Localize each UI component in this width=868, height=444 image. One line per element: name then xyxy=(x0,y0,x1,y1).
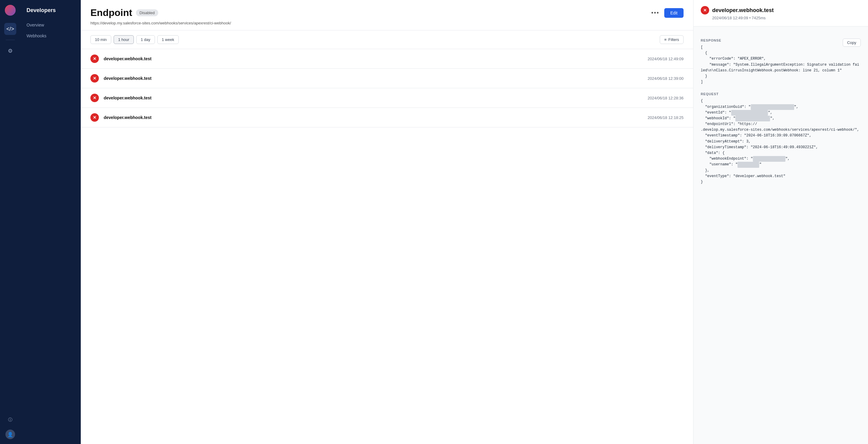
webhook-name: developer.webhook.test xyxy=(104,95,643,100)
webhook-time: 2024/06/18 12:28:36 xyxy=(648,96,684,100)
webhook-list: ✕ developer.webhook.test 2024/06/18 12:4… xyxy=(81,49,693,444)
sidebar-item-webhooks[interactable]: Webhooks xyxy=(21,30,81,41)
redacted-org-guid xyxy=(751,104,794,110)
response-label: RESPONSE xyxy=(701,38,861,42)
detail-error-icon: ✕ xyxy=(701,6,709,14)
sidebar: </> ⚙ ⓘ 👤 xyxy=(0,0,21,444)
request-label: REQUEST xyxy=(701,92,861,96)
table-row[interactable]: ✕ developer.webhook.test 2024/06/18 12:1… xyxy=(81,108,693,127)
endpoint-actions: ••• Edit xyxy=(649,8,684,18)
main-content: Endpoint Disabled ••• Edit https://devel… xyxy=(81,0,693,444)
error-status-icon: ✕ xyxy=(90,74,99,83)
time-filter-10min[interactable]: 10 min xyxy=(90,35,111,44)
nav-title: Developers xyxy=(21,5,81,20)
response-code: [ { "errorCode": "APEX_ERROR", "message"… xyxy=(701,44,861,85)
more-button[interactable]: ••• xyxy=(649,8,662,18)
time-filter-1day[interactable]: 1 day xyxy=(136,35,155,44)
sidebar-bottom: ⓘ 👤 xyxy=(4,414,16,439)
time-filter-1week[interactable]: 1 week xyxy=(157,35,179,44)
response-section: Copy RESPONSE [ { "errorCode": "APEX_ERR… xyxy=(701,38,861,85)
detail-panel: ✕ developer.webhook.test 2024/06/18 12:4… xyxy=(693,0,868,444)
table-row[interactable]: ✕ developer.webhook.test 2024/06/18 12:2… xyxy=(81,88,693,108)
webhook-time: 2024/06/18 12:39:00 xyxy=(648,76,684,81)
sidebar-item-overview[interactable]: Overview xyxy=(21,20,81,30)
detail-title: developer.webhook.test xyxy=(712,7,774,13)
user-avatar[interactable]: 👤 xyxy=(5,430,15,439)
error-status-icon: ✕ xyxy=(90,113,99,122)
detail-subtitle: 2024/06/18 12:49:09 • 7425ms xyxy=(701,15,861,20)
endpoint-title-row: Endpoint Disabled ••• Edit xyxy=(90,7,684,19)
edit-button[interactable]: Edit xyxy=(664,8,684,18)
error-status-icon: ✕ xyxy=(90,94,99,102)
redacted-webhook-endpoint xyxy=(753,156,785,162)
endpoint-title: Endpoint xyxy=(90,7,132,19)
sidebar-divider xyxy=(6,40,15,40)
filters-button[interactable]: ≡ Filters xyxy=(660,35,684,44)
nav-sidebar: Developers Overview Webhooks xyxy=(21,0,81,444)
app-logo xyxy=(5,5,16,15)
redacted-webhook-id xyxy=(735,116,770,121)
status-badge: Disabled xyxy=(136,9,158,16)
request-code: { "organizationGuid": " ", "eventId": " … xyxy=(701,98,861,185)
redacted-event-id xyxy=(731,110,768,116)
time-filters: 10 min 1 hour 1 day 1 week ≡ Filters xyxy=(81,30,693,49)
filter-icon: ≡ xyxy=(664,37,667,42)
webhook-name: developer.webhook.test xyxy=(104,76,643,81)
error-status-icon: ✕ xyxy=(90,55,99,63)
table-row[interactable]: ✕ developer.webhook.test 2024/06/18 12:3… xyxy=(81,69,693,88)
time-filter-1hour[interactable]: 1 hour xyxy=(114,35,134,44)
settings-icon[interactable]: ⚙ xyxy=(4,45,16,57)
detail-title-row: ✕ developer.webhook.test xyxy=(701,6,861,14)
endpoint-header: Endpoint Disabled ••• Edit https://devel… xyxy=(81,0,693,30)
webhook-name: developer.webhook.test xyxy=(104,115,643,120)
filters-label: Filters xyxy=(669,37,679,42)
webhook-name: developer.webhook.test xyxy=(104,56,643,61)
copy-button[interactable]: Copy xyxy=(843,38,861,47)
webhook-time: 2024/06/18 12:49:09 xyxy=(648,57,684,61)
request-section: REQUEST { "organizationGuid": " ", "even… xyxy=(701,92,861,185)
table-row[interactable]: ✕ developer.webhook.test 2024/06/18 12:4… xyxy=(81,49,693,69)
webhook-time: 2024/06/18 12:18:25 xyxy=(648,115,684,120)
endpoint-url: https://develop.my.salesforce-sites.com/… xyxy=(90,21,684,25)
detail-body: Copy RESPONSE [ { "errorCode": "APEX_ERR… xyxy=(693,27,868,444)
redacted-username xyxy=(738,162,759,167)
code-icon[interactable]: </> xyxy=(4,23,16,35)
info-icon[interactable]: ⓘ xyxy=(4,414,16,426)
detail-header: ✕ developer.webhook.test 2024/06/18 12:4… xyxy=(693,0,868,27)
